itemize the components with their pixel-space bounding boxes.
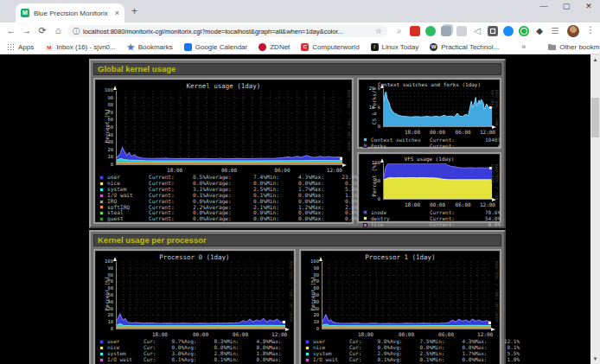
section-title: Global kernel usage: [93, 63, 501, 75]
legend-swatch-icon: [363, 137, 367, 142]
scroll-down-icon[interactable]: ▼: [590, 354, 600, 364]
home-icon[interactable]: ⌂: [52, 25, 64, 35]
y-axis-arrow-icon: [113, 257, 117, 261]
processor-0-graph[interactable]: Processor 0 (1day)Percent (%)01020304050…: [93, 249, 296, 364]
wordpress-icon: W: [430, 43, 437, 51]
graph-legend: userCur:9.0%Avg:7.5%Min:4.3%Max:22.1%nic…: [305, 339, 497, 363]
x-axis-ticks: 18:0000:0006:0012:00: [116, 167, 342, 174]
minimize-button[interactable]: —: [539, 2, 548, 10]
forward-icon[interactable]: →: [21, 25, 33, 35]
graph-legend: userCur:9.7%Avg:8.3%Min:4.9%Max:22.5%nic…: [99, 339, 291, 363]
x-axis-ticks: 18:0000:0006:0012:00: [383, 129, 492, 136]
star-icon: ★: [127, 43, 135, 51]
x-axis-arrow-icon: [342, 163, 347, 167]
green-circle-extension-icon[interactable]: [519, 26, 529, 36]
bookmark-google-calendar[interactable]: Google Calendar: [184, 43, 247, 51]
y-axis-ticks: 0102030405060708090100: [95, 91, 113, 165]
graph-legend: userCurrent:8.5%Average:7.4%Min:4.3%Max:…: [99, 175, 349, 222]
bookmark-bookmarks[interactable]: ★ Bookmarks: [127, 43, 173, 51]
data-end-dot: [488, 322, 491, 324]
y-axis-ticks: 0102030405060708090100: [95, 262, 113, 329]
close-button[interactable]: ✕: [584, 2, 593, 10]
legend-swatch-icon: [363, 216, 367, 220]
bookmark-computerworld[interactable]: C Computerworld: [301, 43, 359, 51]
search-extension-icon[interactable]: ⌕: [394, 26, 405, 36]
copy-extension-icon[interactable]: [441, 26, 451, 36]
bookmark-apps[interactable]: Apps: [7, 43, 34, 51]
bookmark-practical-technol[interactable]: W Practical Technol...: [430, 43, 499, 51]
browser-tab[interactable]: M Blue Precision Monitorix ×: [16, 3, 124, 22]
context-switches-graph[interactable]: Context switches and forks (1day)CS & fo…: [357, 78, 501, 149]
plot-area: [116, 91, 342, 165]
legend-row: guestCurrent:0.0%Average:0.0%Min:0.0%Max…: [99, 216, 349, 222]
section-global-kernel-usage: Global kernel usage Kernel usage (1day)P…: [89, 59, 506, 228]
bookmark-linux-today[interactable]: / Linux Today: [371, 43, 419, 51]
other-bookmarks[interactable]: Other bookmarks: [548, 43, 600, 51]
legend-row: fileCurrent:0.0%: [363, 221, 497, 227]
y-axis-arrow-icon: [380, 84, 384, 88]
scroll-up-icon[interactable]: ▲: [590, 54, 600, 65]
legend-swatch-icon: [99, 211, 104, 215]
extensions-puzzle-icon[interactable]: ◆: [534, 26, 545, 36]
legend-row: inodeCurrent:70.6%: [363, 209, 497, 215]
processor-1-graph[interactable]: Processor 1 (1day)Percent (%)01020304050…: [299, 249, 501, 364]
browser-menu-icon[interactable]: ⋮: [586, 25, 595, 35]
blue-rounded-extension-icon[interactable]: [503, 26, 514, 36]
rrdtool-watermark: RRDTOOL / TOBI OETIKER: [347, 90, 351, 151]
vfs-usage-graph[interactable]: VFS usage (1day)Percent (%)05010018:0000…: [357, 152, 501, 223]
bookmark-inbox[interactable]: M Inbox (16) - sjvn0...: [45, 43, 115, 51]
legend-swatch-icon: [305, 346, 310, 350]
plot-area: [322, 262, 491, 329]
new-tab-button[interactable]: +: [131, 5, 137, 17]
zdnet-icon: [259, 43, 266, 51]
bookmark-star-icon[interactable]: ☆: [375, 27, 382, 35]
tab-close-icon[interactable]: ×: [115, 9, 119, 17]
legend-swatch-icon: [99, 188, 104, 192]
gmail-icon: M: [45, 43, 53, 51]
bookmark-zdnet[interactable]: ZDNet: [259, 43, 290, 51]
legend-swatch-icon: [99, 182, 104, 186]
scrollbar-thumb[interactable]: [591, 98, 599, 137]
y-axis-arrow-icon: [380, 158, 384, 163]
graph-legend: inodeCurrent:70.6%dentryCurrent:54.0%fil…: [363, 209, 497, 228]
legend-swatch-icon: [305, 358, 310, 362]
back-icon[interactable]: ←: [5, 25, 17, 35]
tab-strip: M Blue Precision Monitorix × + — ▢ ✕: [0, 0, 600, 22]
plot-area: [383, 163, 492, 200]
card-extension-icon[interactable]: [456, 26, 467, 36]
gmail-extension-icon[interactable]: [410, 26, 420, 36]
y-axis-arrow-icon: [113, 86, 117, 90]
browser-toolbar: ← → ⟳ ⌂ ⓘ localhost:8080/monitorix-cgi/m…: [0, 22, 600, 40]
bookmarks-overflow-chevron[interactable]: »: [521, 42, 526, 51]
y-axis-ticks: 010 k20 k: [359, 89, 380, 127]
rrdtool-watermark: RRDTOOL / TOBI OETIKER: [289, 261, 293, 322]
legend-swatch-icon: [99, 340, 104, 344]
screenshot-extension-icon[interactable]: [488, 26, 498, 36]
monitorix-favicon-icon: M: [21, 9, 29, 17]
linux-today-icon: /: [371, 43, 379, 51]
legend-swatch-icon: [99, 358, 104, 362]
speaker-extension-icon[interactable]: ◁: [472, 26, 482, 36]
section-kernel-usage-per-processor: Kernel usage per processor Processor 0 (…: [89, 230, 506, 364]
apps-grid-icon: [7, 43, 15, 51]
legend-row: ForksCurrent:4: [363, 143, 497, 149]
profile-avatar[interactable]: [567, 25, 579, 37]
plot-area: [116, 262, 285, 329]
maximize-button[interactable]: ▢: [562, 2, 571, 10]
graph-title: Processor 0 (1day): [95, 253, 294, 261]
folder-icon: [548, 43, 556, 51]
green-badge-extension-icon[interactable]: [425, 26, 436, 36]
x-axis-ticks: 18:0000:0006:0012:00: [322, 331, 491, 338]
legend-row: Context switchesCurrent:10407: [363, 137, 497, 143]
legend-swatch-icon: [99, 194, 104, 198]
address-bar[interactable]: ⓘ localhost:8080/monitorix-cgi/monitorix…: [67, 25, 387, 37]
kernel-usage-graph[interactable]: Kernel usage (1day)Percent (%)0102030405…: [93, 78, 354, 224]
reload-icon[interactable]: ⟳: [36, 25, 48, 36]
graph-legend: Context switchesCurrent:10407ForksCurren…: [363, 137, 497, 149]
url-text[interactable]: localhost:8080/monitorix-cgi/monitorix.c…: [83, 28, 372, 35]
info-icon[interactable]: ⓘ: [73, 27, 80, 36]
legend-swatch-icon: [363, 210, 367, 214]
tune-list-icon[interactable]: ☰: [550, 26, 560, 36]
page-scrollbar[interactable]: ▲ ▼: [590, 54, 600, 364]
legend-row: I/O waitCur:0.1%Avg:0.1%Min:0.0%Max:1.0%: [305, 357, 497, 363]
